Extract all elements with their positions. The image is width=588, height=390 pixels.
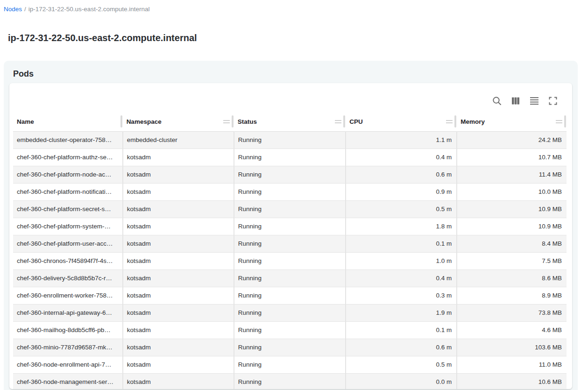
page-title: ip-172-31-22-50.us-east-2.compute.intern… bbox=[8, 32, 588, 43]
cell-pod-name: chef-360-delivery-5c8d8b5b7c-r… bbox=[13, 269, 123, 287]
column-header-label: Name bbox=[17, 118, 34, 125]
column-drag-icon[interactable] bbox=[223, 118, 230, 125]
cell-namespace: kotsadm bbox=[123, 339, 234, 356]
column-header[interactable]: Namespace bbox=[123, 112, 234, 131]
cell-memory: 10.7 MB bbox=[457, 149, 567, 166]
table-row: chef-360-delivery-5c8d8b5b7c-r… kotsadm … bbox=[13, 269, 567, 287]
cell-memory: 7.5 MB bbox=[457, 252, 567, 269]
breadcrumb-link-nodes[interactable]: Nodes bbox=[4, 6, 22, 13]
cell-namespace: kotsadm bbox=[123, 166, 234, 183]
cell-status: Running bbox=[234, 218, 346, 235]
search-button[interactable] bbox=[489, 93, 504, 108]
cell-status: Running bbox=[234, 269, 346, 287]
cell-pod-name: embedded-cluster-operator-758… bbox=[13, 131, 123, 149]
cell-namespace: kotsadm bbox=[123, 373, 234, 389]
column-handles bbox=[223, 115, 234, 128]
cell-status: Running bbox=[234, 321, 346, 339]
table-row: chef-360-node-management-ser… kotsadm Ru… bbox=[13, 373, 567, 389]
cell-status: Running bbox=[234, 183, 346, 200]
column-resize-handle[interactable] bbox=[564, 115, 566, 128]
cell-memory: 11.0 MB bbox=[457, 356, 567, 373]
cell-memory: 24.2 MB bbox=[457, 131, 567, 149]
breadcrumb-current: ip-172-31-22-50.us-east-2.compute.intern… bbox=[28, 6, 150, 13]
cell-namespace: kotsadm bbox=[123, 356, 234, 373]
cell-cpu: 0.9 m bbox=[346, 183, 457, 200]
column-resize-handle[interactable] bbox=[232, 115, 234, 128]
column-header[interactable]: CPU bbox=[346, 112, 457, 131]
cell-cpu: 0.4 m bbox=[346, 269, 457, 287]
column-header[interactable]: Status bbox=[234, 112, 346, 131]
search-icon bbox=[491, 95, 503, 106]
cell-cpu: 0.6 m bbox=[346, 339, 457, 356]
pods-table-container: Name Namespace Status C bbox=[9, 112, 572, 389]
cell-memory: 8.9 MB bbox=[457, 287, 567, 304]
cell-pod-name: chef-360-node-enrollment-api-7… bbox=[13, 356, 123, 373]
cell-status: Running bbox=[234, 166, 346, 183]
column-drag-icon[interactable] bbox=[555, 118, 563, 125]
cell-cpu: 1.1 m bbox=[346, 131, 457, 149]
cell-pod-name: chef-360-chef-platform-user-acc… bbox=[13, 235, 123, 252]
column-resize-handle[interactable] bbox=[120, 115, 122, 128]
column-drag-icon[interactable] bbox=[446, 118, 453, 125]
cell-cpu: 0.4 m bbox=[346, 149, 457, 166]
table-row: chef-360-mailhog-8ddb5cff6-pb… kotsadm R… bbox=[13, 321, 567, 339]
cell-pod-name: chef-360-node-management-ser… bbox=[13, 373, 123, 389]
cell-pod-name: chef-360-mailhog-8ddb5cff6-pb… bbox=[13, 321, 123, 339]
cell-status: Running bbox=[234, 373, 346, 389]
cell-cpu: 1.8 m bbox=[346, 218, 457, 235]
breadcrumb-separator: / bbox=[24, 6, 26, 13]
cell-memory: 4.6 MB bbox=[457, 321, 567, 339]
table-row: chef-360-minio-7787d96587-mk… kotsadm Ru… bbox=[13, 339, 567, 356]
density-toggle-button[interactable] bbox=[527, 93, 542, 108]
fullscreen-button[interactable] bbox=[545, 93, 560, 108]
cell-pod-name: chef-360-enrollment-worker-758… bbox=[13, 287, 123, 304]
column-drag-icon[interactable] bbox=[334, 118, 342, 125]
column-header[interactable]: Name bbox=[13, 112, 123, 131]
cell-memory: 8.6 MB bbox=[457, 269, 567, 287]
cell-status: Running bbox=[234, 252, 346, 269]
cell-cpu: 0.5 m bbox=[346, 200, 457, 218]
show-hide-columns-button[interactable] bbox=[508, 93, 523, 108]
cell-status: Running bbox=[234, 131, 346, 149]
cell-namespace: kotsadm bbox=[123, 149, 234, 166]
breadcrumb: Nodes/ip-172-31-22-50.us-east-2.compute.… bbox=[4, 6, 588, 13]
cell-memory: 103.6 MB bbox=[457, 339, 567, 356]
cell-namespace: kotsadm bbox=[123, 269, 234, 287]
cell-status: Running bbox=[234, 149, 346, 166]
cell-namespace: kotsadm bbox=[123, 200, 234, 218]
cell-pod-name: chef-360-minio-7787d96587-mk… bbox=[13, 339, 123, 356]
cell-pod-name: chef-360-chef-platform-node-ac… bbox=[13, 166, 123, 183]
pods-section-title: Pods bbox=[13, 69, 572, 79]
cell-pod-name: chef-360-chronos-7f45894f7f-4s… bbox=[13, 252, 123, 269]
cell-pod-name: chef-360-chef-platform-authz-se… bbox=[13, 149, 123, 166]
column-header-label: CPU bbox=[349, 118, 363, 125]
table-body: embedded-cluster-operator-758… embedded-… bbox=[13, 131, 567, 389]
table-row: chef-360-chef-platform-system-… kotsadm … bbox=[13, 218, 567, 235]
pods-table-panel: Name Namespace Status C bbox=[9, 83, 572, 389]
cell-status: Running bbox=[234, 356, 346, 373]
cell-memory: 10.9 MB bbox=[457, 200, 567, 218]
cell-status: Running bbox=[234, 235, 346, 252]
cell-memory: 10.6 MB bbox=[457, 373, 567, 389]
cell-cpu: 0.0 m bbox=[346, 373, 457, 389]
cell-namespace: kotsadm bbox=[123, 304, 234, 321]
cell-status: Running bbox=[234, 304, 346, 321]
column-header[interactable]: Memory bbox=[457, 112, 567, 131]
cell-namespace: kotsadm bbox=[123, 235, 234, 252]
cell-cpu: 0.3 m bbox=[346, 287, 457, 304]
column-resize-handle[interactable] bbox=[454, 115, 456, 128]
table-row: embedded-cluster-operator-758… embedded-… bbox=[13, 131, 567, 149]
cell-cpu: 0.1 m bbox=[346, 235, 457, 252]
table-row: chef-360-enrollment-worker-758… kotsadm … bbox=[13, 287, 567, 304]
column-header-label: Status bbox=[238, 118, 257, 125]
pods-card: Pods bbox=[4, 61, 578, 390]
cell-memory: 10.9 MB bbox=[457, 218, 567, 235]
cell-cpu: 0.6 m bbox=[346, 166, 457, 183]
fullscreen-icon bbox=[547, 95, 559, 106]
column-resize-handle[interactable] bbox=[343, 115, 345, 128]
show-hide-columns-icon bbox=[510, 95, 521, 106]
cell-cpu: 0.5 m bbox=[346, 356, 457, 373]
cell-pod-name: chef-360-internal-api-gateway-6… bbox=[13, 304, 123, 321]
cell-cpu: 0.1 m bbox=[346, 321, 457, 339]
cell-namespace: embedded-cluster bbox=[123, 131, 234, 149]
